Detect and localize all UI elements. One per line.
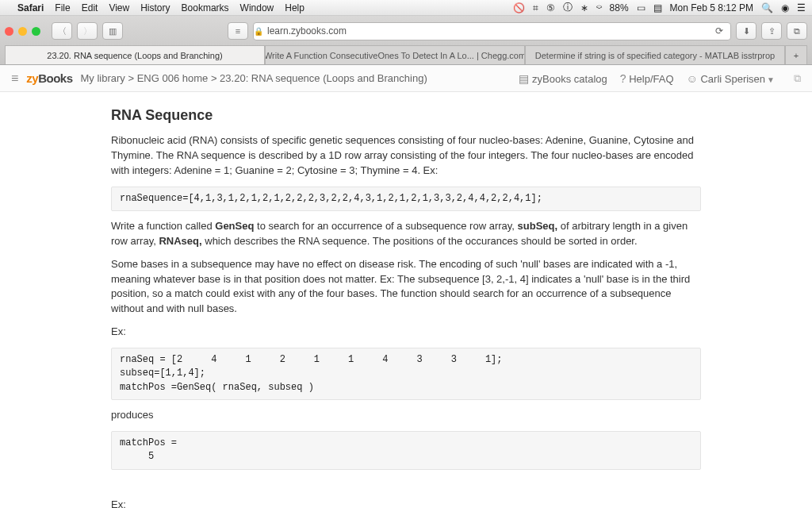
tab-label: Write A Function ConsecutiveOnes To Dete… [265, 51, 525, 60]
app-name[interactable]: Safari [17, 2, 44, 13]
book-icon: ▤ [519, 72, 529, 85]
zybooks-header: ≡ zyBooks My library > ENG 006 home > 23… [0, 65, 812, 92]
reader-button[interactable]: ≡ [228, 22, 248, 40]
text: which describes the RNA sequence. The po… [202, 235, 638, 247]
battery-icon[interactable]: ▭ [637, 2, 645, 13]
text: Write a function called [111, 220, 215, 232]
ex-label-1: Ex: [111, 325, 701, 340]
help-icon: ? [620, 72, 626, 85]
menu-extra-icon[interactable]: ☰ [797, 2, 806, 13]
address-bar[interactable]: 🔒 learn.zybooks.com ⟳ [253, 22, 731, 40]
chevron-down-icon: ▼ [767, 75, 775, 84]
code-rnasequence: rnaSequence=[4,1,3,1,2,1,2,1,2,2,2,3,2,2… [111, 187, 701, 211]
code-example-1: rnaSeq = [2 4 1 2 1 1 4 3 3 1]; subseq=[… [111, 348, 701, 400]
minimize-window-button[interactable] [18, 27, 27, 36]
eye-icon[interactable]: ⓘ [563, 1, 573, 14]
dropbox-icon[interactable]: ⌗ [533, 2, 538, 13]
menu-bookmarks[interactable]: Bookmarks [182, 2, 229, 13]
browser-tab-3[interactable]: Determine if string is of specified cate… [525, 45, 785, 64]
page: ≡ zyBooks My library > ENG 006 home > 23… [0, 65, 812, 508]
zybooks-logo[interactable]: zyBooks [26, 71, 72, 85]
fullscreen-window-button[interactable] [32, 27, 40, 36]
spotlight-icon[interactable]: 🔍 [761, 2, 773, 13]
catalog-label: zyBooks catalog [532, 73, 607, 85]
menu-history[interactable]: History [140, 2, 170, 13]
share-button[interactable]: ⇪ [761, 22, 782, 40]
ex-label-2: Ex: [111, 498, 701, 508]
breadcrumb[interactable]: My library > ENG 006 home > 23.20: RNA s… [81, 72, 427, 84]
hamburger-icon[interactable]: ≡ [11, 71, 18, 86]
bluetooth-icon[interactable]: ∗ [580, 2, 588, 13]
download-button[interactable]: ⬇ [736, 22, 756, 40]
intro-paragraph: Ribonucleic acid (RNA) consists of speci… [111, 133, 701, 179]
logo-left: zy [26, 71, 38, 85]
user-icon: ☺ [687, 72, 698, 85]
help-link[interactable]: ? Help/FAQ [620, 72, 674, 85]
url-text: learn.zybooks.com [267, 25, 347, 37]
code-output-1: matchPos = 5 [111, 431, 701, 470]
sidebar-button[interactable]: ▥ [102, 22, 123, 40]
produces-label-1: produces [111, 408, 701, 423]
content-scroll[interactable]: RNA Sequence Ribonucleic acid (RNA) cons… [0, 92, 812, 508]
text: to search for an occurrence of a subsequ… [254, 220, 517, 232]
close-window-button[interactable] [5, 27, 13, 36]
menu-window[interactable]: Window [240, 2, 274, 13]
menu-view[interactable]: View [109, 2, 129, 13]
clock[interactable]: Mon Feb 5 8:12 PM [670, 2, 753, 13]
flag-icon[interactable]: ▤ [653, 2, 662, 13]
expand-icon[interactable]: ⧉ [794, 72, 801, 85]
nosign-icon[interactable]: 🚫 [513, 2, 525, 13]
siri-icon[interactable]: ◉ [781, 2, 789, 13]
menu-help[interactable]: Help [285, 2, 304, 13]
article: RNA Sequence Ribonucleic acid (RNA) cons… [105, 105, 707, 508]
param-name: subSeq, [518, 220, 558, 232]
window-controls [5, 27, 40, 36]
tab-label: 23.20. RNA sequence (Loops and Branching… [47, 51, 222, 60]
new-tab-button[interactable]: + [785, 45, 807, 64]
help-label: Help/FAQ [629, 73, 673, 85]
catalog-link[interactable]: ▤ zyBooks catalog [519, 72, 607, 85]
menu-edit[interactable]: Edit [82, 2, 98, 13]
param-name: RNAseq, [159, 235, 201, 247]
tabs-button[interactable]: ⧉ [787, 22, 807, 40]
safari-toolbar: 〈 〉 ▥ ≡ 🔒 learn.zybooks.com ⟳ ⬇ ⇪ ⧉ 23.2… [0, 16, 812, 65]
back-button[interactable]: 〈 [52, 22, 72, 40]
instructions-paragraph: Write a function called GenSeq to search… [111, 219, 701, 249]
null-bases-paragraph: Some bases in a subsequence may have no … [111, 257, 701, 317]
menu-file[interactable]: File [55, 2, 70, 13]
battery-text[interactable]: 88% [610, 2, 629, 13]
user-name: Carli Sperisen [700, 73, 765, 85]
lock-icon: 🔒 [254, 27, 263, 36]
reload-icon[interactable]: ⟳ [708, 25, 730, 37]
logo-right: Books [38, 71, 72, 85]
browser-tab-2[interactable]: Write A Function ConsecutiveOnes To Dete… [265, 45, 525, 64]
func-name: GenSeq [215, 220, 254, 232]
input-source-icon[interactable]: ⑤ [546, 2, 555, 13]
forward-button[interactable]: 〉 [77, 22, 98, 40]
article-title: RNA Sequence [111, 105, 701, 125]
wifi-icon[interactable]: ⌔ [596, 2, 602, 13]
tab-label: Determine if string is of specified cate… [535, 51, 775, 60]
mac-menubar: Safari File Edit View History Bookmarks … [0, 0, 812, 16]
browser-tab-1[interactable]: 23.20. RNA sequence (Loops and Branching… [5, 45, 265, 64]
browser-tabs: 23.20. RNA sequence (Loops and Branching… [5, 45, 807, 64]
user-menu[interactable]: ☺ Carli Sperisen▼ [687, 72, 775, 85]
